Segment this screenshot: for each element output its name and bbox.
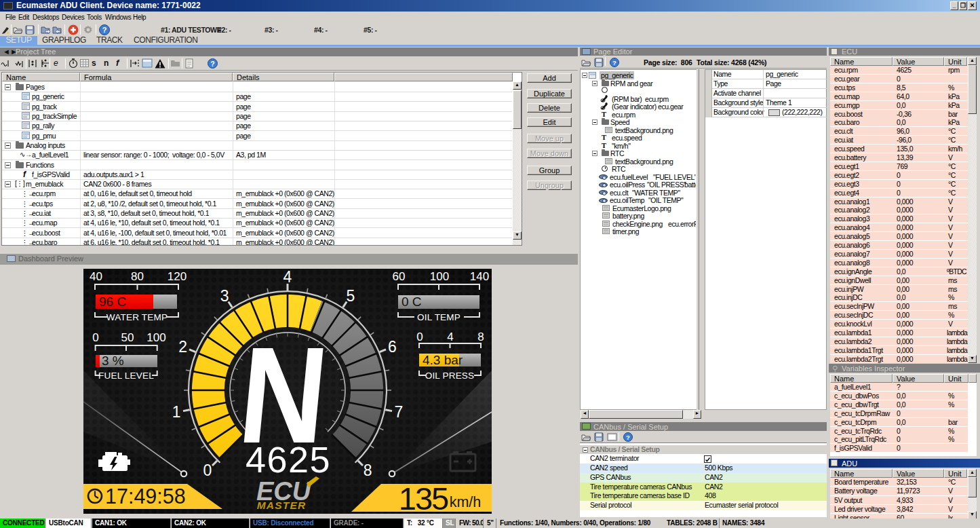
svg-text:60: 60 [393,270,406,283]
svg-text:4.3 bar: 4.3 bar [423,353,463,367]
svg-text:?: ? [612,59,616,67]
svg-text:100: 100 [430,270,449,283]
svg-text:8: 8 [364,461,372,479]
svg-text:4: 4 [283,269,292,286]
svg-text:0: 0 [92,331,98,344]
svg-text:40: 40 [90,270,102,283]
svg-text:1: 1 [172,403,181,421]
svg-text:140: 140 [470,270,489,283]
svg-text:f: f [116,58,120,68]
svg-text:4625: 4625 [246,439,331,480]
svg-text:135: 135 [399,480,448,514]
svg-text:5: 5 [346,287,355,305]
svg-text:?: ? [210,60,214,68]
svg-text:120: 120 [168,270,187,283]
svg-text:OIL TEMP: OIL TEMP [417,312,460,322]
svg-text:FUEL LEVEL: FUEL LEVEL [98,371,154,381]
svg-text:7: 7 [394,403,403,421]
svg-text:6: 6 [388,338,397,356]
svg-text:MASTER: MASTER [257,499,307,511]
svg-text:s: s [92,58,96,68]
svg-text:n: n [104,58,109,68]
svg-text:0: 0 [416,331,423,343]
svg-text:km/h: km/h [450,494,482,510]
svg-text:WATER TEMP: WATER TEMP [106,312,168,322]
svg-text:0: 0 [203,461,212,479]
svg-text:?: ? [102,26,107,34]
svg-text:2: 2 [178,338,187,356]
svg-text:OIL PRESS: OIL PRESS [425,371,475,381]
svg-text:e: e [54,58,58,68]
svg-text:50: 50 [121,331,134,344]
svg-text:?: ? [626,434,630,441]
svg-text:100: 100 [146,331,165,344]
svg-text:3 %: 3 % [102,354,124,368]
svg-text:4: 4 [447,331,453,343]
svg-text:80: 80 [131,270,144,283]
svg-text:3: 3 [220,287,229,305]
svg-text:0 C: 0 C [401,295,422,309]
svg-text:17:49:58: 17:49:58 [105,485,186,508]
svg-text:96 C: 96 C [99,295,126,309]
svg-text:8: 8 [477,331,484,343]
